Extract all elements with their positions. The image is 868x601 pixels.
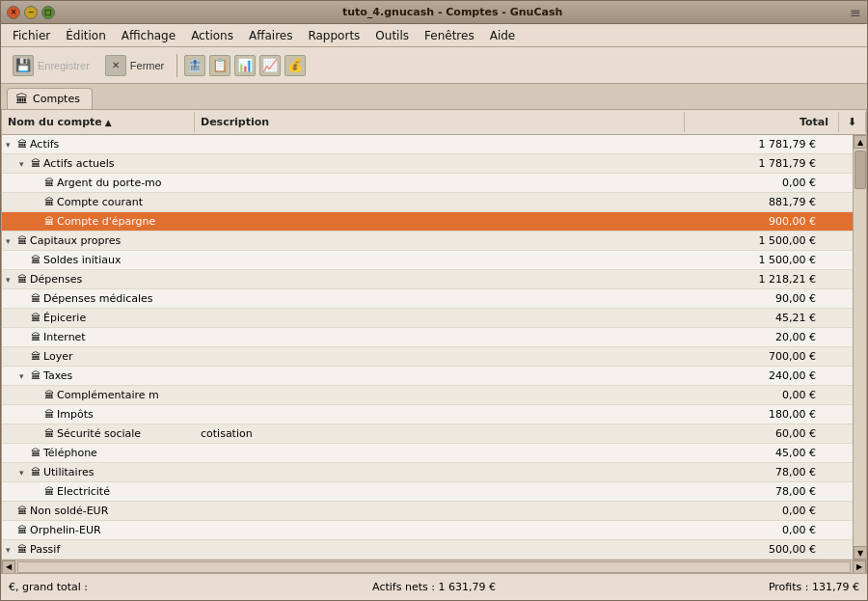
menu-rapports[interactable]: Rapports (300, 27, 367, 44)
account-name: Non soldé-EUR (30, 505, 108, 517)
table-row[interactable]: 🏛Compte d'épargne900,00 € (2, 212, 853, 232)
save-button[interactable]: 💾 Enregistrer (7, 52, 95, 79)
table-row[interactable]: ▾🏛Actifs actuels1 781,79 € (2, 154, 853, 174)
account-icon: 🏛 (31, 293, 41, 304)
scroll-track[interactable] (854, 149, 866, 546)
account-description (195, 549, 671, 551)
table-row[interactable]: 🏛Complémentaire m0,00 € (2, 386, 853, 405)
expand-icon[interactable]: ▾ (6, 545, 15, 555)
account-name: Compte courant (57, 196, 143, 208)
status-currency: €, grand total : (9, 581, 292, 593)
window-menu-icon: ≡ (850, 5, 861, 20)
account-total: 240,00 € (671, 369, 826, 383)
account-name: Electricité (57, 485, 110, 498)
table-row[interactable]: ▾🏛Dépenses1 218,21 € (2, 270, 853, 289)
table-row[interactable]: 🏛Épicerie45,21 € (2, 309, 853, 328)
save-icon: 💾 (13, 55, 34, 76)
account-icon: 🏛 (17, 544, 27, 555)
table-row[interactable]: 🏛Internet20,00 € (2, 328, 853, 347)
expand-icon[interactable]: ▾ (6, 236, 15, 246)
menu-fichier[interactable]: Fichier (5, 27, 58, 44)
minimize-button[interactable]: − (24, 6, 38, 19)
toolbar-icon-2[interactable]: 📋 (209, 55, 231, 76)
menu-actions[interactable]: Actions (183, 27, 241, 44)
account-description (195, 182, 671, 184)
account-total: 1 781,79 € (671, 156, 826, 171)
account-total: 881,79 € (671, 195, 826, 209)
account-description (195, 144, 671, 146)
account-total: 0,00 € (671, 504, 826, 518)
titlebar: × − □ tuto_4.gnucash - Comptes - GnuCash… (1, 1, 867, 24)
account-description (195, 317, 671, 319)
close-tab-button[interactable]: ✕ Fermer (99, 52, 170, 79)
header-total: Total (685, 112, 839, 132)
account-name: Sécurité sociale (57, 427, 141, 440)
account-description (195, 395, 671, 396)
table-row[interactable]: 🏛Compte courant881,79 € (2, 193, 853, 212)
expand-icon[interactable]: ▾ (19, 468, 29, 478)
table-row[interactable]: ▾🏛Capitaux propres1 500,00 € (2, 232, 853, 251)
table-row[interactable]: 🏛Non soldé-EUR0,00 € (2, 502, 853, 521)
table-row[interactable]: 🏛Sécurité socialecotisation60,00 € (2, 424, 853, 444)
account-total: 500,00 € (671, 542, 826, 557)
account-icon: 🏛 (44, 390, 54, 400)
table-row[interactable]: ▾🏛Taxes240,00 € (2, 367, 853, 386)
table-row[interactable]: 🏛Impôts180,00 € (2, 405, 853, 424)
account-name: Orphelin-EUR (30, 524, 101, 536)
account-total: 1 500,00 € (671, 253, 826, 267)
table-row[interactable]: 🏛Soldes initiaux1 500,00 € (2, 251, 853, 270)
table-row[interactable]: 🏛Dépenses médicales90,00 € (2, 289, 853, 309)
scroll-right-button[interactable]: ▶ (853, 560, 866, 574)
comptes-tab-icon: 🏛 (15, 92, 28, 106)
vertical-scrollbar[interactable]: ▲ ▼ (853, 135, 866, 560)
account-total: 1 500,00 € (671, 233, 826, 248)
tab-comptes[interactable]: 🏛 Comptes (7, 88, 93, 109)
toolbar-icon-5[interactable]: 💰 (285, 55, 306, 76)
menu-edition[interactable]: Édition (58, 27, 114, 44)
account-description (195, 221, 671, 223)
expand-icon[interactable]: ▾ (6, 140, 15, 150)
scroll-up-button[interactable]: ▲ (854, 135, 866, 149)
account-icon: 🏛 (44, 197, 54, 207)
expand-icon[interactable]: ▾ (6, 275, 15, 285)
toolbar-icon-3[interactable]: 📊 (234, 55, 256, 76)
scroll-thumb[interactable] (854, 150, 866, 189)
menu-affaires[interactable]: Affaires (241, 27, 300, 44)
table-row[interactable]: ▾🏛Actifs1 781,79 € (2, 135, 853, 154)
menu-aide[interactable]: Aide (482, 27, 524, 44)
account-total: 900,00 € (671, 214, 826, 229)
toolbar-icon-4[interactable]: 📈 (259, 55, 281, 76)
accounts-section: Nom du compte ▲ Description Total ⬇ ▾🏛Ac… (1, 109, 867, 573)
table-row[interactable]: 🏛Orphelin-EUR0,00 € (2, 521, 853, 540)
table-row[interactable]: 🏛Argent du porte-mo0,00 € (2, 174, 853, 193)
account-icon: 🏛 (17, 525, 27, 535)
close-button[interactable]: × (7, 6, 20, 19)
table-row[interactable]: ▾🏛Utilitaires78,00 € (2, 463, 853, 482)
scroll-left-button[interactable]: ◀ (2, 560, 15, 574)
table-row[interactable]: ▾🏛Passif500,00 € (2, 540, 853, 560)
header-actions: ⬇ (839, 112, 866, 132)
accounts-table[interactable]: ▾🏛Actifs1 781,79 €▾🏛Actifs actuels1 781,… (2, 135, 853, 560)
account-icon: 🏛 (31, 467, 41, 478)
expand-icon[interactable]: ▾ (19, 159, 29, 169)
account-total: 90,00 € (671, 291, 826, 306)
accounts-panel: Nom du compte ▲ Description Total ⬇ ▾🏛Ac… (1, 109, 867, 573)
toolbar-icon-1[interactable]: 🏦 (184, 55, 205, 76)
expand-icon[interactable]: ▾ (19, 371, 29, 381)
menu-outils[interactable]: Outils (367, 27, 417, 44)
window-title: tuto_4.gnucash - Comptes - GnuCash (342, 6, 562, 18)
table-row[interactable]: 🏛Electricité78,00 € (2, 482, 853, 502)
account-description (195, 530, 671, 532)
account-name: Soldes initiaux (43, 254, 121, 266)
table-row[interactable]: 🏛Téléphone45,00 € (2, 444, 853, 463)
scroll-down-button[interactable]: ▼ (854, 546, 866, 560)
account-name: Loyer (43, 350, 72, 363)
account-icon: 🏛 (44, 178, 54, 188)
menu-fenetres[interactable]: Fenêtres (417, 27, 482, 44)
account-name: Utilitaires (43, 466, 94, 478)
menu-affichage[interactable]: Affichage (114, 27, 183, 44)
maximize-button[interactable]: □ (41, 6, 55, 19)
table-row[interactable]: 🏛Loyer700,00 € (2, 347, 853, 367)
h-scroll-track[interactable] (17, 561, 851, 573)
close-tab-icon: ✕ (105, 55, 126, 76)
